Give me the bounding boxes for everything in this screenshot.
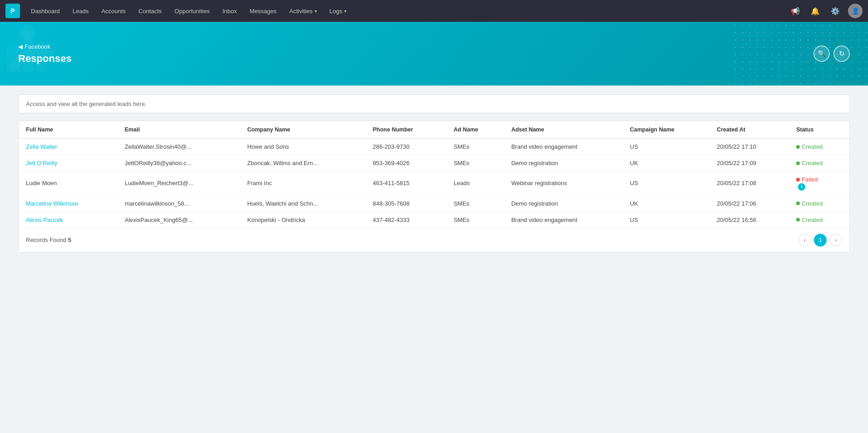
nav-messages[interactable]: Messages [244,5,282,17]
nav-logs[interactable]: Logs ▾ [324,5,352,17]
search-icon: 🔍 [818,50,826,58]
cell-ad-name: SMEs [447,211,504,228]
cell-company: Frami Inc [240,171,366,196]
status-badge: Failed [796,176,842,183]
table-row: Jett O'ReillyJettOReilly38@yahoo.c...Zbo… [19,155,849,171]
main-content: Access and view all the generated leads … [0,86,868,262]
cell-adset-name: Brand video engagement [504,211,622,228]
cell-status: Failedi [789,171,849,196]
col-status: Status [789,121,849,139]
header-content: ◀ Facebook Responses [18,43,71,65]
cell-adset-name: Demo registration [504,195,622,211]
cell-ad-name: SMEs [447,139,504,155]
status-dot-green [796,145,800,149]
cell-ad-name: Leads [447,171,504,196]
cell-company: Konopelski - Ondricka [240,211,366,228]
cell-campaign-name: UK [622,195,709,211]
cell-created-at: 20/05/22 17:06 [709,195,789,211]
cell-email: marcelinawilkinson_58... [117,195,240,211]
cell-full-name: Ludie Moen [19,171,117,196]
settings-icon[interactable]: ⚙️ [828,4,843,18]
header-actions: 🔍 ↻ [813,45,850,62]
nav-inbox[interactable]: Inbox [217,5,242,17]
info-bar: Access and view all the generated leads … [18,95,850,113]
megaphone-icon[interactable]: 📢 [788,4,803,18]
status-badge: Created [796,200,842,207]
cell-campaign-name: US [622,171,709,196]
cell-company: Howe and Sons [240,139,366,155]
cell-created-at: 20/05/22 17:08 [709,171,789,196]
col-adset-name: Adset Name [504,121,622,139]
cell-full-name[interactable]: Zella Walter [19,139,117,155]
prev-page-button[interactable]: ‹ [798,234,811,247]
search-button[interactable]: 🔍 [813,45,830,62]
status-dot-red [796,178,800,181]
cell-full-name[interactable]: Jett O'Reilly [19,155,117,171]
next-page-button[interactable]: › [829,234,842,247]
table-header: Full Name Email Company Name Phone Numbe… [19,121,849,139]
cell-email: JettOReilly38@yahoo.c... [117,155,240,171]
pagination-controls: ‹ 1 › [798,234,842,247]
cell-created-at: 20/05/22 16:56 [709,211,789,228]
status-badge: Created [796,143,842,150]
cell-adset-name: Demo registration [504,155,622,171]
cell-status: Created [789,139,849,155]
logs-chevron-icon: ▾ [344,9,346,14]
cell-campaign-name: US [622,139,709,155]
table-body: Zella WalterZellaWalter.Strosin40@...How… [19,139,849,228]
status-dot-green [796,201,800,205]
status-dot-green [796,161,800,165]
col-created-at: Created At [709,121,789,139]
cell-status: Created [789,211,849,228]
nav-contacts[interactable]: Contacts [133,5,167,17]
header-banner: ◀ Facebook Responses 🔍 ↻ [0,22,868,86]
navbar: P Dashboard Leads Accounts Contacts Oppo… [0,0,868,22]
back-link[interactable]: ◀ Facebook [18,43,71,50]
cell-ad-name: SMEs [447,155,504,171]
cell-adset-name: Webinar registrations [504,171,622,196]
col-ad-name: Ad Name [447,121,504,139]
cell-ad-name: SMEs [447,195,504,211]
table-row: Marcelina Wilkinsonmarcelinawilkinson_58… [19,195,849,211]
col-phone-number: Phone Number [366,121,447,139]
notification-icon[interactable]: 🔔 [808,4,823,18]
cell-phone: 848-305-7608 [366,195,447,211]
cell-created-at: 20/05/22 17:09 [709,155,789,171]
activities-chevron-icon: ▾ [315,9,317,14]
cell-email: AlexisPaucek_King65@... [117,211,240,228]
cell-phone: 953-369-4026 [366,155,447,171]
cell-company: Huels, Waelchi and Schn... [240,195,366,211]
table-row: Ludie MoenLudieMoen_Reichert3@...Frami I… [19,171,849,196]
cell-adset-name: Brand video engagement [504,139,622,155]
refresh-icon: ↻ [839,50,845,58]
col-campaign-name: Campaign Name [622,121,709,139]
leads-table: Full Name Email Company Name Phone Numbe… [19,121,849,228]
refresh-button[interactable]: ↻ [833,45,850,62]
cell-company: Zboncak, Willms and Ern... [240,155,366,171]
nav-leads[interactable]: Leads [67,5,94,17]
cell-phone: 463-411-5815 [366,171,447,196]
nav-dashboard[interactable]: Dashboard [25,5,65,17]
user-avatar[interactable]: 👤 [848,4,863,18]
col-full-name: Full Name [19,121,117,139]
page-1-button[interactable]: 1 [814,234,827,247]
app-logo[interactable]: P [5,4,20,18]
cell-campaign-name: UK [622,155,709,171]
status-dot-green [796,218,800,222]
nav-activities[interactable]: Activities ▾ [284,5,322,17]
cell-email: ZellaWalter.Strosin40@... [117,139,240,155]
table-row: Alexis PaucekAlexisPaucek_King65@...Kono… [19,211,849,228]
cell-phone: 437-482-4333 [366,211,447,228]
back-arrow-icon: ◀ [18,43,23,50]
cell-full-name[interactable]: Marcelina Wilkinson [19,195,117,211]
cell-campaign-name: US [622,211,709,228]
records-found-label: Records Found 5 [26,237,71,243]
cell-phone: 286-203-9730 [366,139,447,155]
cell-full-name[interactable]: Alexis Paucek [19,211,117,228]
cell-status: Created [789,195,849,211]
nav-opportunities[interactable]: Opportunities [169,5,215,17]
info-icon[interactable]: i [798,183,805,191]
nav-accounts[interactable]: Accounts [96,5,131,17]
table-container: Full Name Email Company Name Phone Numbe… [18,121,850,252]
col-email: Email [117,121,240,139]
